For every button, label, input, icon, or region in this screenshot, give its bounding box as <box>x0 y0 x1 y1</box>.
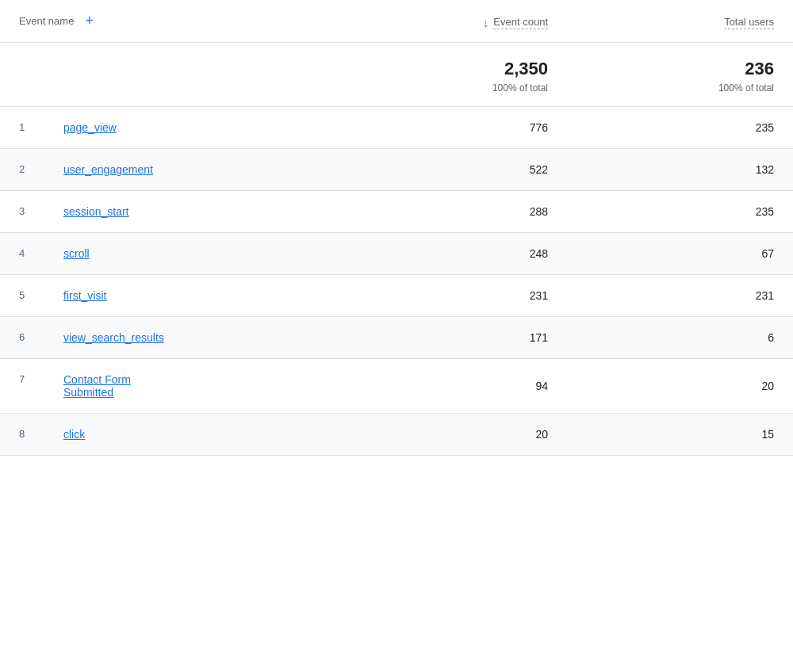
event-name-cell: 6view_search_results <box>0 317 341 359</box>
event-count-label: Event count <box>493 16 548 29</box>
event-name-label: Event name <box>19 15 74 27</box>
table-row: 3session_start288235 <box>0 191 793 233</box>
table-row: 5first_visit231231 <box>0 275 793 317</box>
summary-total-users-value: 236 <box>586 59 774 79</box>
event-name-cell: 3session_start <box>0 191 341 233</box>
add-column-button[interactable]: + <box>85 13 94 29</box>
row-number: 8 <box>19 428 51 440</box>
summary-row: 2,350 100% of total 236 100% of total <box>0 43 793 107</box>
total-users-cell: 6 <box>567 317 793 359</box>
row-number: 7 <box>19 373 51 385</box>
event-count-cell: 231 <box>341 275 567 317</box>
summary-event-count-sub: 100% of total <box>360 82 548 94</box>
event-name-link[interactable]: session_start <box>63 205 128 218</box>
event-name-cell: 7Contact FormSubmitted <box>0 359 341 414</box>
total-users-cell: 132 <box>567 149 793 191</box>
event-name-link[interactable]: first_visit <box>63 289 106 302</box>
total-users-cell: 235 <box>567 191 793 233</box>
event-name-header: Event name + <box>0 0 341 43</box>
event-name-cell: 1page_view <box>0 107 341 149</box>
row-number: 2 <box>19 163 51 175</box>
event-count-cell: 248 <box>341 233 567 275</box>
table-row: 7Contact FormSubmitted9420 <box>0 359 793 414</box>
sort-arrow-icon: ↓ <box>483 17 488 29</box>
row-number: 5 <box>19 289 51 301</box>
total-users-cell: 20 <box>567 359 793 414</box>
summary-event-count-value: 2,350 <box>360 59 548 79</box>
event-count-cell: 776 <box>341 107 567 149</box>
table-header-row: Event name + ↓ Event count Total users <box>0 0 793 43</box>
event-count-header[interactable]: ↓ Event count <box>341 0 567 43</box>
row-number: 4 <box>19 247 51 259</box>
row-number: 6 <box>19 331 51 343</box>
event-name-cell: 4scroll <box>0 233 341 275</box>
total-users-cell: 15 <box>567 414 793 456</box>
event-count-cell: 171 <box>341 317 567 359</box>
event-count-cell: 94 <box>341 359 567 414</box>
row-number: 1 <box>19 121 51 133</box>
event-name-link[interactable]: view_search_results <box>63 331 164 344</box>
total-users-cell: 235 <box>567 107 793 149</box>
table-row: 4scroll24867 <box>0 233 793 275</box>
event-count-cell: 522 <box>341 149 567 191</box>
event-count-cell: 288 <box>341 191 567 233</box>
total-users-label: Total users <box>724 16 774 29</box>
event-name-link[interactable]: click <box>63 428 85 441</box>
row-number: 3 <box>19 205 51 217</box>
summary-total-users-cell: 236 100% of total <box>567 43 793 107</box>
summary-event-name-cell <box>0 43 341 107</box>
total-users-header[interactable]: Total users <box>567 0 793 43</box>
summary-event-count-cell: 2,350 100% of total <box>341 43 567 107</box>
table-row: 2user_engagement522132 <box>0 149 793 191</box>
total-users-cell: 67 <box>567 233 793 275</box>
event-name-cell: 5first_visit <box>0 275 341 317</box>
events-table: Event name + ↓ Event count Total users <box>0 0 793 456</box>
event-count-cell: 20 <box>341 414 567 456</box>
summary-total-users-sub: 100% of total <box>586 82 774 94</box>
table-row: 6view_search_results1716 <box>0 317 793 359</box>
event-name-link[interactable]: user_engagement <box>63 163 153 176</box>
event-name-link[interactable]: scroll <box>63 247 90 260</box>
event-name-cell: 8click <box>0 414 341 456</box>
table-row: 1page_view776235 <box>0 107 793 149</box>
event-name-link[interactable]: Contact FormSubmitted <box>63 373 131 399</box>
table-row: 8click2015 <box>0 414 793 456</box>
total-users-cell: 231 <box>567 275 793 317</box>
analytics-table-container: Event name + ↓ Event count Total users <box>0 0 793 672</box>
event-name-link[interactable]: page_view <box>63 121 117 134</box>
event-name-cell: 2user_engagement <box>0 149 341 191</box>
